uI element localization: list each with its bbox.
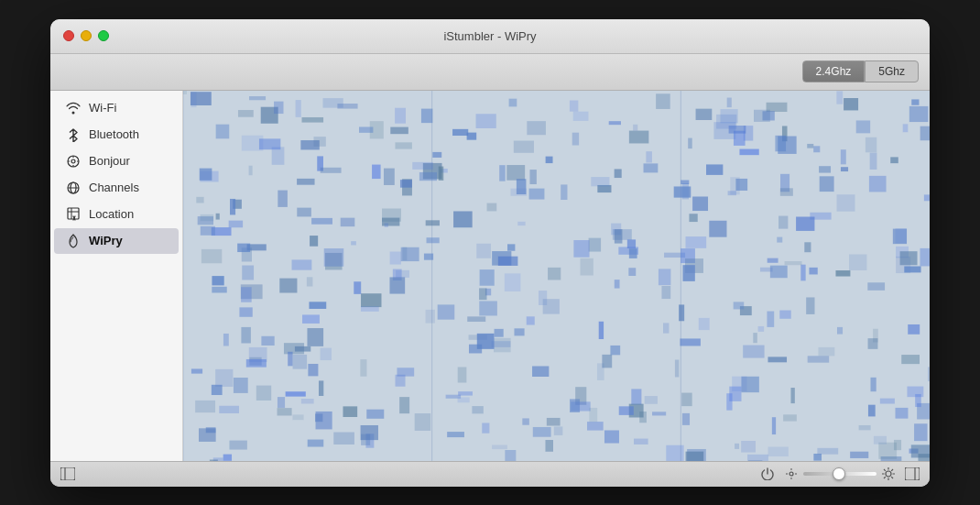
statusbar — [50, 461, 930, 487]
sidebar-item-wipry[interactable]: WiPry — [54, 228, 179, 254]
sidebar-wifi-label: Wi-Fi — [89, 101, 116, 115]
freq-5ghz-button[interactable]: 5Ghz — [865, 60, 919, 82]
sidebar-item-bonjour[interactable]: Bonjour — [54, 148, 179, 174]
svg-point-14 — [789, 472, 793, 476]
sidebar-item-location[interactable]: Location — [54, 202, 179, 227]
location-icon — [65, 206, 82, 223]
freq-2-4ghz-button[interactable]: 2.4Ghz — [802, 60, 866, 82]
brightness-high-icon — [880, 466, 897, 482]
main-content: Wi-Fi Bluetooth — [50, 91, 930, 461]
sidebar-location-label: Location — [89, 207, 134, 221]
minimize-button[interactable] — [81, 30, 92, 41]
sidebar-item-bluetooth[interactable]: Bluetooth — [54, 122, 179, 148]
sidebar-wipry-label: WiPry — [89, 234, 123, 247]
bonjour-icon — [65, 153, 82, 170]
brightness-low-icon — [783, 466, 800, 482]
sidebar-item-channels[interactable]: Channels — [54, 175, 179, 201]
wipry-icon — [65, 233, 82, 249]
svg-line-25 — [891, 477, 893, 478]
traffic-lights — [63, 30, 109, 41]
sidebar-channels-label: Channels — [89, 181, 139, 194]
maximize-button[interactable] — [98, 30, 109, 41]
svg-line-26 — [891, 469, 893, 471]
bluetooth-icon — [65, 126, 82, 143]
sidebar-toggle-icon[interactable] — [60, 466, 76, 482]
sidebar-bluetooth-label: Bluetooth — [89, 127, 139, 141]
brightness-slider[interactable] — [783, 466, 897, 482]
window-title: iStumbler - WiPry — [443, 29, 536, 43]
slider-track[interactable] — [803, 472, 877, 476]
power-icon[interactable] — [759, 466, 776, 482]
sidebar-item-wifi[interactable]: Wi-Fi — [54, 95, 179, 121]
svg-line-24 — [884, 469, 886, 471]
channels-icon — [65, 180, 82, 196]
close-button[interactable] — [63, 30, 74, 41]
statusbar-right — [759, 466, 920, 482]
sidebar: Wi-Fi Bluetooth — [50, 91, 183, 461]
svg-line-27 — [884, 477, 886, 478]
titlebar: iStumbler - WiPry — [50, 19, 930, 54]
sidebar-right-toggle-icon[interactable] — [904, 466, 920, 482]
slider-thumb[interactable] — [833, 467, 845, 480]
app-window: iStumbler - WiPry 2.4Ghz 5Ghz Wi-Fi — [50, 19, 930, 487]
svg-rect-12 — [60, 467, 75, 480]
wifi-icon — [65, 100, 82, 116]
frequency-buttons: 2.4Ghz 5Ghz — [802, 60, 919, 82]
main-view — [183, 91, 930, 461]
sidebar-bonjour-label: Bonjour — [89, 154, 130, 168]
svg-point-1 — [71, 159, 75, 163]
toolbar: 2.4Ghz 5Ghz — [50, 54, 930, 91]
svg-rect-28 — [905, 467, 920, 480]
heatmap-canvas — [183, 91, 930, 461]
statusbar-left — [60, 466, 76, 482]
svg-point-19 — [886, 471, 891, 477]
